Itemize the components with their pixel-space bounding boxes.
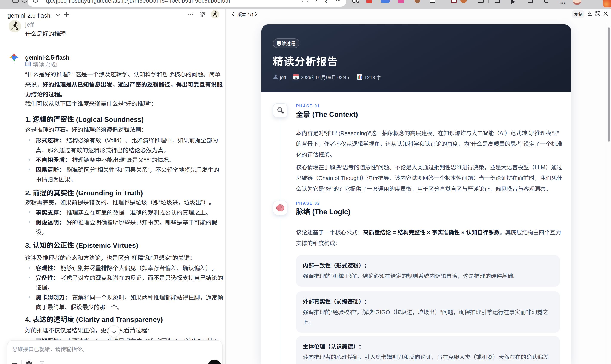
svg-text:17: 17 (294, 76, 298, 79)
